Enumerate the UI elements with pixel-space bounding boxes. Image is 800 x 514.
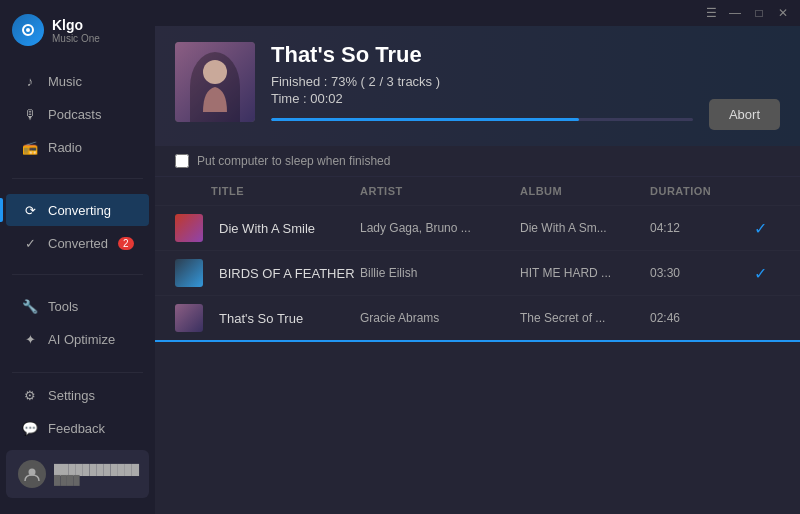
track-title: BIRDS OF A FEATHER (211, 266, 360, 281)
sidebar-item-radio[interactable]: 📻 Radio (6, 131, 149, 163)
user-name: ████████████ (54, 464, 139, 475)
convert-header: That's So True Finished : 73% ( 2 / 3 tr… (155, 26, 800, 146)
app-logo-icon (12, 14, 44, 46)
table-row: Die With A Smile Lady Gaga, Bruno ... Di… (155, 206, 800, 251)
sleep-label: Put computer to sleep when finished (197, 154, 390, 168)
sleep-checkbox[interactable] (175, 154, 189, 168)
check-icon: ✓ (754, 219, 767, 238)
sidebar-item-music[interactable]: ♪ Music (6, 65, 149, 97)
sidebar-item-feedback[interactable]: 💬 Feedback (6, 412, 149, 444)
app-name: Klgo (52, 17, 100, 33)
sidebar-item-label: Music (48, 74, 82, 89)
col-status (740, 185, 780, 197)
sidebar-item-label: Converting (48, 203, 111, 218)
app-subtitle: Music One (52, 33, 100, 44)
track-album: The Secret of ... (520, 311, 650, 325)
user-plan: ████ (54, 475, 139, 485)
user-area[interactable]: ████████████ ████ (6, 450, 149, 498)
avatar (18, 460, 46, 488)
album-art (175, 42, 255, 122)
radio-icon: 📻 (22, 139, 38, 155)
track-thumbnail (175, 259, 203, 287)
col-artist: ARTIST (360, 185, 520, 197)
minimize-button[interactable]: — (728, 6, 742, 20)
user-info: ████████████ ████ (54, 464, 139, 485)
sidebar-item-label: AI Optimize (48, 332, 115, 347)
logo-text: Klgo Music One (52, 17, 100, 44)
sidebar-item-podcasts[interactable]: 🎙 Podcasts (6, 98, 149, 130)
sidebar-item-label: Tools (48, 299, 78, 314)
menu-button[interactable]: ☰ (704, 6, 718, 20)
tools-nav: 🔧 Tools ✦ AI Optimize (0, 281, 155, 364)
converting-icon: ⟳ (22, 202, 38, 218)
track-duration: 02:46 (650, 311, 740, 325)
convert-status: Finished : 73% ( 2 / 3 tracks ) (271, 74, 693, 89)
track-duration: 03:30 (650, 266, 740, 280)
sidebar-item-ai-optimize[interactable]: ✦ AI Optimize (6, 323, 149, 355)
feedback-icon: 💬 (22, 420, 38, 436)
music-icon: ♪ (22, 73, 38, 89)
title-bar: ☰ — □ ✕ (155, 0, 800, 26)
converted-badge: 2 (118, 237, 134, 250)
sidebar-bottom: ⚙ Settings 💬 Feedback ████████████ ████ (0, 366, 155, 514)
col-album: ALBUM (520, 185, 650, 197)
svg-point-3 (203, 60, 227, 84)
col-title: TITLE (211, 185, 360, 197)
podcasts-icon: 🎙 (22, 106, 38, 122)
logo-area: Klgo Music One (0, 0, 155, 56)
track-status: ✓ (740, 219, 780, 238)
track-album: HIT ME HARD ... (520, 266, 650, 280)
main-content: ☰ — □ ✕ That's So True Finished : 73% ( … (155, 0, 800, 514)
progress-bar-fill (271, 118, 579, 121)
track-thumbnail (175, 304, 203, 332)
col-duration: DURATION (650, 185, 740, 197)
check-icon: ✓ (754, 264, 767, 283)
close-button[interactable]: ✕ (776, 6, 790, 20)
table-row: That's So True Gracie Abrams The Secret … (155, 296, 800, 342)
sidebar-item-settings[interactable]: ⚙ Settings (6, 379, 149, 411)
settings-icon: ⚙ (22, 387, 38, 403)
table-header: TITLE ARTIST ALBUM DURATION (155, 177, 800, 206)
track-artist: Gracie Abrams (360, 311, 520, 325)
sidebar-item-label: Radio (48, 140, 82, 155)
svg-point-1 (26, 28, 30, 32)
sidebar-item-label: Converted (48, 236, 108, 251)
track-duration: 04:12 (650, 221, 740, 235)
track-title: Die With A Smile (211, 221, 360, 236)
converted-icon: ✓ (22, 235, 38, 251)
sleep-row: Put computer to sleep when finished (155, 146, 800, 177)
table-row: BIRDS OF A FEATHER Billie Eilish HIT ME … (155, 251, 800, 296)
sidebar-item-label: Podcasts (48, 107, 101, 122)
main-nav: ♪ Music 🎙 Podcasts 📻 Radio (0, 56, 155, 172)
track-status: ✓ (740, 264, 780, 283)
convert-info: That's So True Finished : 73% ( 2 / 3 tr… (271, 42, 693, 121)
album-art-inner (175, 42, 255, 122)
sidebar-item-label: Feedback (48, 421, 105, 436)
track-album: Die With A Sm... (520, 221, 650, 235)
convert-time: Time : 00:02 (271, 91, 693, 106)
convert-title: That's So True (271, 42, 693, 68)
maximize-button[interactable]: □ (752, 6, 766, 20)
sidebar-item-converted[interactable]: ✓ Converted 2 (6, 227, 149, 259)
convert-nav: ⟳ Converting ✓ Converted 2 (0, 185, 155, 268)
tracks-table: TITLE ARTIST ALBUM DURATION Die With A S… (155, 177, 800, 514)
ai-icon: ✦ (22, 331, 38, 347)
tools-icon: 🔧 (22, 298, 38, 314)
nav-divider-2 (12, 274, 143, 275)
track-artist: Lady Gaga, Bruno ... (360, 221, 520, 235)
track-artist: Billie Eilish (360, 266, 520, 280)
abort-button[interactable]: Abort (709, 99, 780, 130)
sidebar-item-tools[interactable]: 🔧 Tools (6, 290, 149, 322)
nav-divider-3 (12, 372, 143, 373)
nav-divider-1 (12, 178, 143, 179)
sidebar-item-label: Settings (48, 388, 95, 403)
track-thumbnail (175, 214, 203, 242)
sidebar: Klgo Music One ♪ Music 🎙 Podcasts 📻 Radi… (0, 0, 155, 514)
col-thumb (175, 185, 211, 197)
sidebar-item-converting[interactable]: ⟳ Converting (6, 194, 149, 226)
progress-bar (271, 118, 693, 121)
track-title: That's So True (211, 311, 360, 326)
